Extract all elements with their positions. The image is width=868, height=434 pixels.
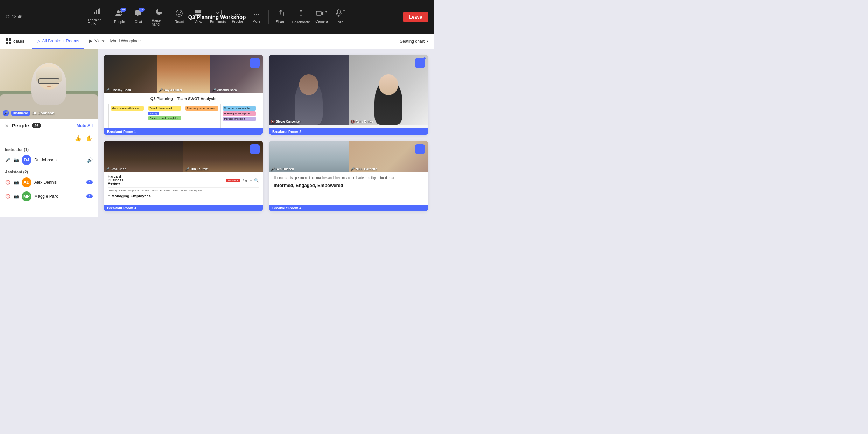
chat-badge: 17 <box>139 8 145 12</box>
person-row-alex-dennis: 🚫 📷 AD Alex Dennis 3 <box>0 175 98 189</box>
room-2-video-stevie: 🔇 Stevie Carpenter <box>269 55 349 125</box>
close-people-button[interactable]: ✕ <box>5 123 9 128</box>
room-4-menu-button[interactable]: ⋯ <box>415 144 425 154</box>
hbr-header: Harvard Business Review Subscribe Sign i… <box>108 175 259 188</box>
hbr-nav-magazine: Magazine <box>128 189 139 192</box>
room-2-menu-button[interactable]: ⋯ <box>415 58 425 68</box>
room-1-video-lindsay: 🎤 Lindsay Beck <box>104 55 157 93</box>
rene-name: Rene Burke <box>356 120 373 123</box>
top-bar-right: Leave <box>403 12 428 22</box>
people-header: ✕ People 26 Mute All <box>0 119 98 132</box>
room-4-article-subtitle: Informed, Engaged, Empowered <box>274 183 424 188</box>
leave-button[interactable]: Leave <box>403 12 428 22</box>
video-tab-icon: ▶ <box>89 38 93 43</box>
kayla-mic-icon: 🎤 <box>159 88 163 92</box>
top-bar-left: 🛡 18:46 <box>6 14 22 19</box>
nav-people[interactable]: 26 People <box>110 8 128 26</box>
collaborate-icon <box>298 9 304 19</box>
swot-cell-4: Show customer adoption Uneven partner su… <box>221 104 258 132</box>
room-4-name-ken: 🎤 Ken Russell <box>271 167 294 171</box>
hbr-subscribe-btn[interactable]: Subscribe <box>226 178 240 182</box>
svg-rect-10 <box>195 10 198 13</box>
instructor-mic-icon: 🎤 <box>3 110 9 116</box>
maggie-park-avatar: MP <box>22 191 31 201</box>
nav-chat[interactable]: 17 Chat <box>129 8 147 26</box>
nav-react[interactable]: React <box>170 8 188 26</box>
top-bar: 🛡 18:46 Learning Tools <box>0 0 434 34</box>
sticky-note-6: Uneven partner support <box>223 111 256 116</box>
room-1-name-lindsay: 🎤 Lindsay Beck <box>106 88 131 92</box>
hbr-nav: Diversity Latest Magazine Ascend Topics … <box>108 189 259 192</box>
nav-learning-tools[interactable]: Learning Tools <box>84 6 110 28</box>
sticky-note-5: Show customer adoption <box>223 106 256 111</box>
hbr-search-icon[interactable]: 🔍 <box>254 178 259 183</box>
swot-grid: Good comms within team Team fully motiva… <box>108 104 258 132</box>
sub-bar: class ▷ All Breakout Rooms ▶ Video: Hybr… <box>0 34 434 49</box>
room-1-menu-button[interactable]: ⋯ <box>250 58 260 68</box>
people-title: People <box>12 122 29 128</box>
share-icon <box>278 10 284 19</box>
svg-rect-11 <box>198 10 201 13</box>
svg-point-16 <box>300 15 302 16</box>
main-content: 🎤 Instructor Dr. Johnson ✕ People 26 Mut… <box>0 49 434 217</box>
nav-mic[interactable]: ▾ Mic <box>331 7 350 26</box>
svg-point-8 <box>178 12 178 13</box>
ken-name: Ken Russell <box>276 167 294 171</box>
nav-divider <box>268 10 269 24</box>
swot-cell-1: Good comms within team <box>109 104 146 132</box>
nav-camera[interactable]: ▾ Camera <box>313 8 331 26</box>
learning-tools-icon <box>93 8 100 17</box>
room-4-video-strip: 🎤 Ken Russell 🎤 Nikki Garnette <box>269 141 428 172</box>
swot-title: Q3 Planning – Team SWOT Analysis <box>108 97 258 101</box>
instructor-label: 🎤 Instructor Dr. Johnson <box>3 110 55 116</box>
svg-rect-18 <box>337 10 340 14</box>
svg-rect-1 <box>96 10 97 14</box>
nav-raise-hand[interactable]: Raise hand <box>148 6 169 28</box>
raise-hand-label: Raise hand <box>152 19 166 26</box>
hbr-nav-topics: Topics <box>151 189 158 192</box>
nikki-mic-icon: 🎤 <box>351 167 355 171</box>
class-logo-text: class <box>13 38 25 44</box>
logo-dot-4 <box>9 42 11 44</box>
maggie-park-cam-icon: 📷 <box>13 194 19 199</box>
breakout-room-3: ⋯ 🎤 Jese Chen 🎤 Tim Laurent <box>104 141 263 211</box>
people-badge: 26 <box>120 8 126 12</box>
mic-icon: ▾ <box>336 9 345 19</box>
article-list-icon: ≡ <box>108 194 110 198</box>
dr-johnson-speaking-icon: 🔊 <box>87 157 93 163</box>
camera-icon: ▾ <box>316 10 327 18</box>
breakouts-label: Breakouts <box>210 20 226 24</box>
svg-rect-2 <box>98 9 99 14</box>
collaborate-label: Collaborate <box>292 20 310 24</box>
room-3-menu-button[interactable]: ⋯ <box>250 144 260 154</box>
instructor-section-title: Instructor (1) <box>0 145 98 153</box>
room-1-video-strip: 🎤 Lindsay Beck 🎤 Kayla Huber � <box>104 55 263 93</box>
room-3-name-tim: 🎤 Tim Laurent <box>186 167 208 171</box>
rene-mic-icon: 🔇 <box>351 120 355 123</box>
tab-video[interactable]: ▶ Video: Hybrid Workplace <box>84 34 146 49</box>
seating-chart-label: Seating chart <box>400 39 425 44</box>
seating-chart-button[interactable]: Seating chart ▾ <box>400 39 428 44</box>
hand-raise-icon[interactable]: ✋ <box>86 135 93 142</box>
svg-rect-3 <box>99 8 100 14</box>
hbr-signin[interactable]: Sign in <box>242 178 252 182</box>
svg-rect-17 <box>316 11 321 15</box>
mute-all-button[interactable]: Mute All <box>77 123 93 128</box>
maggie-park-badge: 2 <box>86 194 93 198</box>
room-1-name-kayla: 🎤 Kayla Huber <box>159 88 182 92</box>
tab-breakout-rooms[interactable]: ▷ All Breakout Rooms <box>32 34 84 49</box>
breakout-rooms-tab-label: All Breakout Rooms <box>42 38 79 43</box>
react-icon <box>176 10 183 19</box>
thumbs-up-icon[interactable]: 👍 <box>75 135 82 142</box>
nav-share[interactable]: Share <box>272 8 290 26</box>
alex-dennis-avatar: AD <box>22 177 31 187</box>
hbr-nav-ascend: Ascend <box>141 189 149 192</box>
tim-mic-icon: 🎤 <box>186 167 189 171</box>
dr-johnson-cam-icon: 📷 <box>13 158 19 162</box>
hbr-nav-diversity: Diversity <box>108 189 117 192</box>
nav-collaborate[interactable]: Collaborate <box>290 7 312 26</box>
room-2-video-strip: 🔇 Stevie Carpenter 🔇 Rene Burke <box>269 55 428 125</box>
hbr-nav-podcasts: Podcasts <box>160 189 170 192</box>
instructor-video: 🎤 Instructor Dr. Johnson <box>0 49 98 119</box>
nav-more[interactable]: ⋯ More <box>247 8 266 26</box>
